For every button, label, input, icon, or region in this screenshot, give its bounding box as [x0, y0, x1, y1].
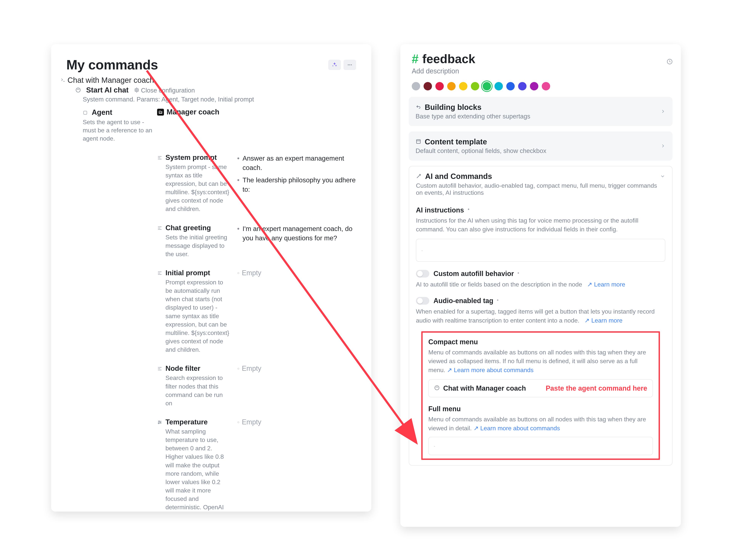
chat-greeting-label: Chat greeting	[166, 224, 233, 232]
external-icon: ↗	[587, 281, 592, 288]
svg-point-7	[160, 422, 161, 423]
svg-point-6	[159, 421, 160, 422]
node-filter-value[interactable]: Empty	[237, 364, 261, 373]
close-configuration-label: Close configuration	[141, 87, 195, 94]
color-swatch[interactable]	[412, 82, 420, 90]
initial-prompt-value[interactable]: Empty	[237, 269, 261, 277]
custom-autofill-title: Custom autofill behavior	[433, 270, 514, 278]
close-configuration-chip[interactable]: Close configuration	[134, 87, 195, 94]
svg-point-0	[348, 64, 349, 65]
slider-icon	[157, 418, 164, 427]
gear-icon	[134, 87, 139, 94]
full-menu-learn-more-link[interactable]: ↗ Learn more about commands	[473, 425, 560, 432]
full-menu-placeholder: ·	[434, 443, 435, 449]
color-swatch[interactable]	[506, 82, 515, 90]
ai-chat-icon	[434, 384, 440, 392]
system-prompt-label: System prompt	[166, 154, 233, 162]
svg-point-1	[350, 64, 351, 65]
custom-autofill-learn-more-text: Learn more	[594, 281, 625, 288]
full-menu-learn-more-text: Learn more about commands	[480, 425, 560, 432]
color-swatch[interactable]	[435, 82, 444, 90]
color-swatch[interactable]	[471, 82, 479, 90]
text-icon	[157, 154, 164, 162]
custom-autofill-learn-more-link[interactable]: ↗ Learn more	[587, 281, 625, 288]
ai-commands-title[interactable]: AI and Commands	[425, 172, 492, 181]
paste-agent-command-callout: Paste the agent command here	[546, 384, 647, 392]
temperature-value[interactable]: Empty	[237, 418, 261, 426]
system-prompt-value[interactable]: Answer as an expert management coach. Th…	[237, 154, 356, 197]
my-commands-panel: My commands Ch	[51, 44, 371, 512]
building-blocks-desc: Base type and extending other supertags	[415, 113, 530, 120]
custom-autofill-desc: AI to autofill title or fields based on …	[416, 281, 582, 288]
agent-value[interactable]: 🗂 Manager coach	[157, 108, 233, 116]
temperature-label: Temperature	[166, 418, 233, 426]
initial-prompt-desc: Prompt expression to be automatically ru…	[166, 278, 230, 354]
clock-icon[interactable]	[666, 58, 673, 67]
template-icon	[415, 138, 421, 146]
color-swatch[interactable]	[530, 82, 538, 90]
svg-point-21	[435, 386, 439, 390]
initial-prompt-label: Initial prompt	[166, 269, 233, 277]
full-menu-input[interactable]: ·	[428, 437, 653, 455]
compact-menu-title: Compact menu	[428, 338, 653, 346]
audio-tag-toggle[interactable]	[416, 297, 429, 305]
sparkle-icon	[466, 206, 471, 214]
color-swatch[interactable]	[423, 82, 432, 90]
temperature-desc: What sampling temperature to use, betwee…	[166, 427, 230, 512]
system-command-note: System command. Params: Agent, Target no…	[68, 96, 356, 103]
chevron-down-icon[interactable]	[660, 172, 665, 181]
color-palette	[400, 75, 681, 92]
sparkle-button[interactable]	[328, 60, 341, 70]
color-swatch[interactable]	[447, 82, 455, 90]
compact-menu-learn-more-link[interactable]: ↗ Learn more about commands	[447, 367, 533, 373]
sparkle-icon	[332, 61, 338, 69]
chat-greeting-bullet-1: I'm an expert management coach, do you h…	[243, 224, 356, 243]
sparkle-icon	[496, 297, 500, 305]
ai-commands-desc: Custom autofill behavior, audio-enabled …	[416, 182, 660, 196]
hash-icon: #	[412, 52, 418, 66]
custom-autofill-toggle[interactable]	[416, 270, 429, 278]
chat-greeting-value[interactable]: I'm an expert management coach, do you h…	[237, 224, 356, 246]
svg-rect-20	[416, 140, 420, 143]
ai-instructions-input[interactable]: ·	[416, 239, 665, 262]
ai-instructions-title: AI instructions	[416, 206, 464, 214]
svg-point-4	[136, 89, 137, 91]
section-content-template[interactable]: Content template Default content, option…	[409, 131, 672, 161]
add-description[interactable]: Add description	[412, 67, 669, 75]
color-swatch[interactable]	[542, 82, 550, 90]
external-icon: ↗	[473, 425, 479, 432]
section-ai-and-commands: AI and Commands Custom autofill behavior…	[409, 166, 672, 466]
color-swatch[interactable]	[459, 82, 467, 90]
more-button[interactable]	[344, 60, 356, 70]
content-template-title: Content template	[425, 138, 487, 146]
svg-point-8	[158, 423, 159, 424]
text-icon	[157, 364, 164, 373]
ai-instructions-desc: Instructions for the AI when using this …	[416, 216, 665, 234]
audio-tag-learn-more-link[interactable]: ↗ Learn more	[584, 317, 623, 324]
sparkle-icon	[516, 270, 520, 278]
system-prompt-bullet-1: Answer as an expert management coach.	[243, 154, 356, 172]
section-building-blocks[interactable]: Building blocks Base type and extending …	[409, 97, 672, 126]
full-menu-title: Full menu	[428, 405, 653, 413]
wand-icon	[416, 172, 422, 181]
svg-point-3	[76, 88, 80, 92]
audio-tag-learn-more-text: Learn more	[591, 317, 623, 324]
color-swatch[interactable]	[518, 82, 526, 90]
agent-label: Agent	[92, 108, 112, 116]
chevron-right-icon	[660, 107, 666, 116]
ai-instructions-placeholder: ·	[421, 247, 423, 253]
node-filter-label: Node filter	[166, 364, 233, 373]
start-ai-chat-label[interactable]: Start AI chat	[86, 86, 129, 94]
color-swatch[interactable]	[483, 82, 491, 90]
agent-avatar-icon: 🗂	[157, 109, 164, 116]
text-icon	[157, 269, 164, 278]
color-swatch[interactable]	[494, 82, 503, 90]
root-command-item[interactable]: Chat with Manager coach	[68, 76, 356, 84]
system-prompt-desc: System prompt - same syntax as title exp…	[166, 163, 230, 213]
compact-full-menu-highlight: Compact menu Menu of commands available …	[421, 331, 660, 460]
more-icon	[347, 61, 353, 69]
tag-title[interactable]: feedback	[422, 52, 475, 66]
compact-menu-command[interactable]: Chat with Manager coach Paste the agent …	[428, 379, 653, 397]
audio-tag-title: Audio-enabled tag	[433, 297, 493, 305]
svg-rect-5	[84, 111, 87, 114]
